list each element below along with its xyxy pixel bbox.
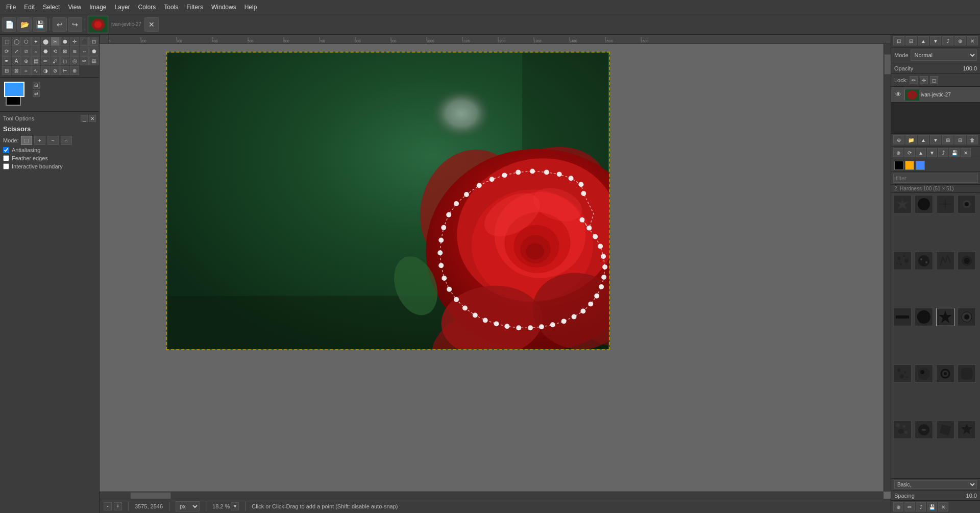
brush-item-12[interactable] [958, 308, 976, 326]
tool-color-picker[interactable]: ⊘ [51, 66, 60, 75]
tool-clone[interactable]: ⊞ [89, 56, 99, 65]
zoom-dropdown-button[interactable]: ▾ [231, 502, 239, 510]
tool-foreground-select[interactable]: ⬢ [60, 37, 69, 46]
panel-btn-7[interactable]: ✕ [967, 36, 978, 45]
brush-item-3[interactable] [936, 195, 954, 213]
default-colors-icon[interactable]: ⊡ [33, 82, 40, 89]
brush-item-18[interactable] [915, 421, 933, 439]
spacing-zoom-icon[interactable]: ⊕ [893, 502, 903, 511]
tool-transform-3d[interactable]: ⬣ [41, 46, 50, 56]
new-button[interactable]: 📄 [2, 17, 16, 32]
tool-crop[interactable]: ⊡ [89, 37, 99, 46]
panel-btn-1[interactable]: ⊡ [893, 36, 904, 45]
open-button[interactable]: 📂 [17, 17, 32, 32]
brush-color-black[interactable] [894, 161, 903, 170]
tool-perspective[interactable]: ⬦ [31, 46, 40, 56]
lock-alpha[interactable]: ◻ [930, 76, 938, 84]
brush-item-14[interactable] [915, 364, 933, 383]
brushes-refresh[interactable]: ⟳ [904, 148, 915, 157]
brushes-delete[interactable]: ✕ [961, 148, 971, 157]
brush-color-orange[interactable] [905, 161, 914, 170]
redo-button[interactable]: ↪ [68, 17, 82, 32]
new-layer-group-button[interactable]: 📁 [905, 135, 917, 144]
spacing-export-button[interactable]: ⤴ [916, 502, 926, 511]
menu-windows[interactable]: Windows [207, 3, 240, 12]
duplicate-layer-button[interactable]: ⊞ [942, 135, 953, 144]
tool-options-minimize[interactable]: _ [81, 115, 88, 122]
rose-image[interactable] [166, 52, 610, 350]
brush-item-19[interactable] [936, 421, 954, 439]
menu-tools[interactable]: Tools [160, 3, 182, 12]
tool-scale[interactable]: ⤢ [12, 46, 21, 56]
brushes-down[interactable]: ▼ [927, 148, 937, 157]
mode-add[interactable]: + [34, 136, 45, 145]
antialiasing-checkbox[interactable] [3, 147, 9, 153]
menu-view[interactable]: View [64, 3, 85, 12]
brush-item-16[interactable] [958, 364, 976, 383]
menu-layer[interactable]: Layer [111, 3, 134, 12]
brush-item-2[interactable] [915, 195, 933, 213]
save-button[interactable]: 💾 [33, 17, 47, 32]
tool-dodge-burn[interactable]: ◑ [41, 66, 50, 75]
tool-fuzzy-select[interactable]: ✦ [31, 37, 40, 46]
panel-btn-2[interactable]: ⊟ [905, 36, 917, 45]
horizontal-scrollbar[interactable] [100, 492, 884, 499]
spacing-delete-button[interactable]: ✕ [938, 502, 948, 511]
tool-zoom[interactable]: ⊕ [70, 66, 79, 75]
close-image-button[interactable]: ✕ [144, 17, 159, 32]
menu-colors[interactable]: Colors [134, 3, 160, 12]
brush-item-8[interactable] [958, 252, 976, 270]
lock-position[interactable]: ✛ [920, 76, 928, 84]
tool-paint-bucket[interactable]: ⊕ [21, 56, 31, 65]
tool-free-select[interactable]: ⬡ [21, 37, 31, 46]
brushes-new[interactable]: ⊕ [893, 148, 903, 157]
mode-subtract[interactable]: − [47, 136, 59, 145]
brush-item-15[interactable] [936, 364, 954, 383]
brush-item-10[interactable] [915, 308, 933, 326]
tool-unified-transform[interactable]: ⟲ [51, 46, 60, 56]
tool-gradient[interactable]: ▤ [31, 56, 40, 65]
vertical-scrollbar[interactable] [884, 44, 891, 492]
brush-item-5[interactable] [893, 252, 912, 270]
lower-layer-button[interactable]: ▼ [930, 135, 941, 144]
zoom-out-button[interactable]: - [104, 502, 112, 510]
tool-pencil[interactable]: ✏ [41, 56, 50, 65]
brush-bottom-select[interactable]: Basic, Sketch Texture [894, 480, 977, 489]
tool-ellipse-select[interactable]: ◯ [12, 37, 21, 46]
tool-smudge[interactable]: ∿ [31, 66, 40, 75]
spacing-edit-button[interactable]: ✏ [904, 502, 915, 511]
brush-item-13[interactable] [893, 364, 912, 383]
spacing-overwrite-button[interactable]: 💾 [927, 502, 937, 511]
tool-rectangle-select[interactable]: ⬚ [2, 37, 11, 46]
tool-warp-transform[interactable]: ≋ [70, 46, 79, 56]
tool-shear[interactable]: ⧄ [21, 46, 31, 56]
tool-paintbrush[interactable]: 🖊 [51, 56, 60, 65]
brush-color-blue[interactable] [916, 161, 925, 170]
tool-healing[interactable]: ⊟ [2, 66, 11, 75]
tool-airbrush[interactable]: ◎ [70, 56, 79, 65]
tool-align[interactable]: ⬛ [80, 37, 89, 46]
tool-rotate[interactable]: ⟳ [2, 46, 11, 56]
brushes-up[interactable]: ▲ [916, 148, 926, 157]
brush-item-11[interactable] [936, 308, 954, 326]
brush-item-7[interactable] [936, 252, 954, 270]
undo-button[interactable]: ↩ [53, 17, 67, 32]
delete-layer-button[interactable]: 🗑 [967, 135, 978, 144]
panel-btn-5[interactable]: ⤴ [942, 36, 953, 45]
foreground-color[interactable] [4, 82, 24, 97]
mode-replace[interactable]: ⬚ [21, 136, 32, 145]
zoom-in-button[interactable]: + [114, 502, 122, 510]
tool-cage-transform[interactable]: ⬟ [89, 46, 99, 56]
tool-select-by-color[interactable]: ⬤ [41, 37, 50, 46]
brush-item-6[interactable] [915, 252, 933, 270]
interactive-boundary-checkbox[interactable] [3, 163, 9, 169]
menu-file[interactable]: File [2, 3, 20, 12]
panel-btn-6[interactable]: ⊕ [954, 36, 966, 45]
menu-help[interactable]: Help [240, 3, 261, 12]
brushes-overwrite[interactable]: 💾 [949, 148, 960, 157]
tool-measure[interactable]: ⊢ [60, 66, 69, 75]
lock-pixels[interactable]: ✏ [910, 76, 918, 84]
brush-item-1[interactable] [893, 195, 912, 213]
brush-item-17[interactable] [893, 421, 912, 439]
layer-item[interactable]: 👁 ivan-jevtic-27 [891, 87, 980, 103]
